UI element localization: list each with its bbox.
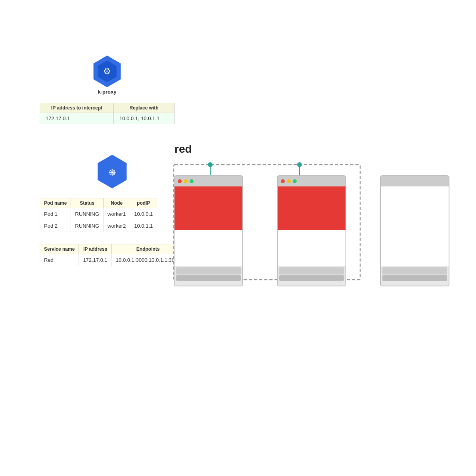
intercept-ip-cell: 172.17.0.1 <box>40 113 114 124</box>
browser-content-3 <box>381 186 449 266</box>
kproxy-icon-container: ⚙ k-proxy <box>40 56 175 95</box>
browser-content-2 <box>278 186 345 266</box>
kproxy-hexagon: ⚙ <box>91 56 123 87</box>
pod2-node: worker2 <box>104 220 130 232</box>
browser-footer-1 <box>175 266 242 286</box>
dot-green-1 <box>190 179 194 183</box>
browser-footer-2 <box>278 266 345 286</box>
table-row: Pod 2 RUNNING worker2 10.0.1.1 <box>40 220 157 232</box>
pod-table-header-name: Pod name <box>40 198 71 208</box>
service-red-ip: 172.17.0.1 <box>79 254 111 266</box>
browser-content-1 <box>175 186 242 266</box>
pod1-status: RUNNING <box>71 208 104 220</box>
k8s-hexagon: ⎈ <box>95 155 129 188</box>
kproxy-hexagon-inner: ⚙ <box>96 61 118 83</box>
pod1-node: worker1 <box>104 208 130 220</box>
pod1-ip: 10.0.0.1 <box>130 208 157 220</box>
pod2-name: Pod 2 <box>40 220 71 232</box>
service-table-header-name: Service name <box>40 244 79 254</box>
kproxy-section: ⚙ k-proxy IP address to intercept Replac… <box>40 56 175 124</box>
browser-titlebar-1 <box>175 176 242 186</box>
k8s-icon-container: ⎈ <box>40 155 185 190</box>
browser-bar2-3 <box>382 275 447 281</box>
pod-table-header-status: Status <box>71 198 104 208</box>
pod2-status: RUNNING <box>71 220 104 232</box>
intercept-table-header-ip: IP address to intercept <box>40 103 114 113</box>
browser-bar1-2 <box>279 267 344 274</box>
pod-table: Pod name Status Node podIP Pod 1 RUNNING… <box>40 198 157 232</box>
browser-bar2-1 <box>176 275 241 281</box>
intercept-replace-cell: 10.0.0.1, 10.0.1.1 <box>113 113 174 124</box>
browser-window-3 <box>380 175 449 286</box>
browser-window-1 <box>174 175 243 286</box>
svg-point-1 <box>208 162 213 167</box>
table-row: Pod 1 RUNNING worker1 10.0.0.1 <box>40 208 157 220</box>
pod-table-header-podip: podIP <box>130 198 157 208</box>
intercept-table-header-replace: Replace with <box>113 103 174 113</box>
dot-yellow-1 <box>184 179 188 183</box>
pod-table-header-node: Node <box>104 198 130 208</box>
browser-red-panel-1 <box>175 186 242 230</box>
browser-titlebar-3 <box>381 176 449 186</box>
svg-point-4 <box>297 162 302 167</box>
dot-red-2 <box>281 179 285 183</box>
kubernetes-section: ⎈ Pod name Status Node podIP Pod 1 RUNNI… <box>40 155 185 266</box>
intercept-table: IP address to intercept Replace with 172… <box>40 103 175 124</box>
service-red-name: Red <box>40 254 79 266</box>
browser-titlebar-2 <box>278 176 345 186</box>
pod2-ip: 10.0.1.1 <box>130 220 157 232</box>
kproxy-label: k-proxy <box>98 89 117 95</box>
browser-window-2 <box>277 175 346 286</box>
pod1-name: Pod 1 <box>40 208 71 220</box>
browsers-area: red <box>171 143 468 286</box>
red-label: red <box>175 143 468 155</box>
table-row: 172.17.0.1 10.0.0.1, 10.0.1.1 <box>40 113 175 124</box>
browser-bar1-3 <box>382 267 447 274</box>
service-table-header-ip: IP address <box>79 244 111 254</box>
dot-red-1 <box>178 179 182 183</box>
table-row: Red 172.17.0.1 10.0.0.1:3000;10.0.1.1:30… <box>40 254 185 266</box>
browser-bar1-1 <box>176 267 241 274</box>
browser-red-panel-2 <box>278 186 345 230</box>
helm-wheel-icon: ⎈ <box>109 165 116 178</box>
service-table: Service name IP address Endpoints Red 17… <box>40 244 185 266</box>
browser-bar2-2 <box>279 275 344 281</box>
gear-icon: ⚙ <box>103 66 111 77</box>
browsers-row <box>171 175 468 286</box>
browser-footer-3 <box>381 266 449 286</box>
dot-green-2 <box>293 179 297 183</box>
dot-yellow-2 <box>287 179 291 183</box>
